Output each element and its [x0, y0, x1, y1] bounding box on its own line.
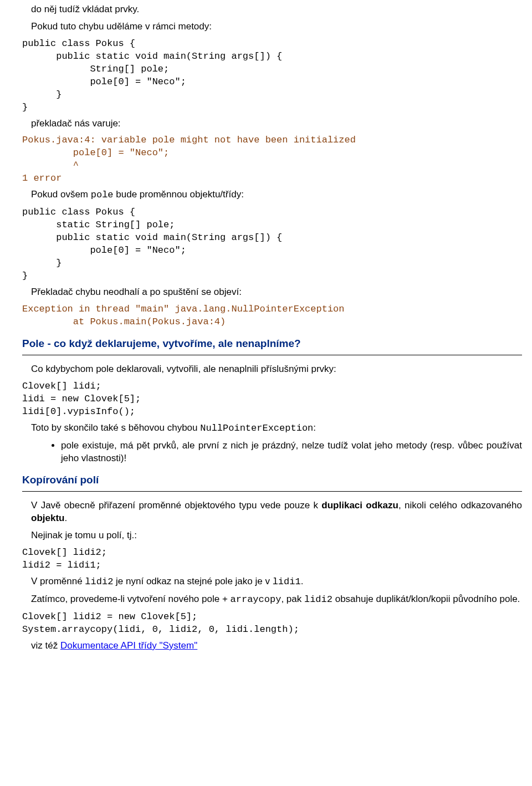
inline-code: lidi2	[85, 576, 113, 587]
inline-code: lidi1	[273, 576, 301, 587]
inline-code: arraycopy	[231, 594, 282, 605]
code-block: Clovek[] lidi2 = new Clovek[5]; System.a…	[22, 611, 522, 636]
text: je nyní odkaz na stejné pole jako je v	[113, 576, 272, 586]
text: viz též	[31, 640, 60, 651]
text: obsahuje duplikát/klon/kopii původního p…	[332, 594, 520, 604]
text: Zatímco, provedeme-li vytvoření nového p…	[31, 594, 231, 604]
text: Pokud ovšem	[31, 189, 91, 200]
text: , pak	[281, 594, 304, 604]
section-heading: Pole - co když deklarujeme, vytvoříme, a…	[22, 336, 522, 351]
text: V Javě obecně přiřazení proměnné objekto…	[31, 500, 321, 511]
code-block: Clovek[] lidi2; lidi2 = lidi1;	[22, 547, 522, 572]
output-block: Pokus.java:4: variable pole might not ha…	[22, 134, 522, 185]
bullet-list: pole existuje, má pět prvků, ale první z…	[22, 440, 522, 465]
code-block: Clovek[] lidi; lidi = new Clovek[5]; lid…	[22, 380, 522, 418]
bold-text: duplikaci odkazu	[321, 500, 398, 511]
paragraph: V Javě obecně přiřazení proměnné objekto…	[22, 499, 522, 525]
paragraph: Toto by skončilo také s běhovou chybou N…	[22, 422, 522, 435]
paragraph: Pokud ovšem pole bude proměnnou objektu/…	[22, 188, 522, 202]
paragraph: viz též Dokumentace API třídy "System"	[22, 640, 522, 652]
text: .	[301, 576, 304, 586]
text: , nikoli celého odkazovaného	[398, 500, 522, 511]
paragraph: Pokud tuto chybu uděláme v rámci metody:	[22, 21, 522, 33]
doc-api-link[interactable]: Dokumentace API třídy "System"	[60, 640, 197, 651]
divider	[22, 355, 522, 355]
paragraph: Zatímco, provedeme-li vytvoření nového p…	[22, 593, 522, 606]
code-block: public class Pokus { static String[] pol…	[22, 206, 522, 283]
paragraph: Co kdybychom pole deklarovali, vytvořili…	[22, 363, 522, 376]
inline-code: pole	[91, 190, 114, 200]
paragraph: Překladač chybu neodhalí a po spuštění s…	[22, 286, 522, 299]
bold-text: objektu	[31, 513, 64, 523]
paragraph: V proměnné lidi2 je nyní odkaz na stejné…	[22, 575, 522, 589]
output-block: Exception in thread "main" java.lang.Nul…	[22, 303, 522, 329]
divider	[22, 491, 522, 492]
text: :	[313, 422, 316, 433]
section-heading: Kopírování polí	[22, 473, 522, 487]
text: V proměnné	[31, 576, 85, 586]
list-item: pole existuje, má pět prvků, ale první z…	[61, 440, 522, 465]
inline-code: lidi2	[304, 594, 332, 605]
paragraph: Nejinak je tomu u polí, tj.:	[22, 529, 522, 542]
paragraph: překladač nás varuje:	[22, 118, 522, 130]
text: bude proměnnou objektu/třídy:	[114, 189, 244, 200]
text: .	[64, 513, 67, 523]
text: Toto by skončilo také s běhovou chybou	[31, 422, 200, 433]
paragraph: do něj tudíž vkládat prvky.	[22, 3, 522, 16]
code-block: public class Pokus { public static void …	[22, 38, 522, 114]
inline-code: NullPointerException	[200, 423, 313, 433]
